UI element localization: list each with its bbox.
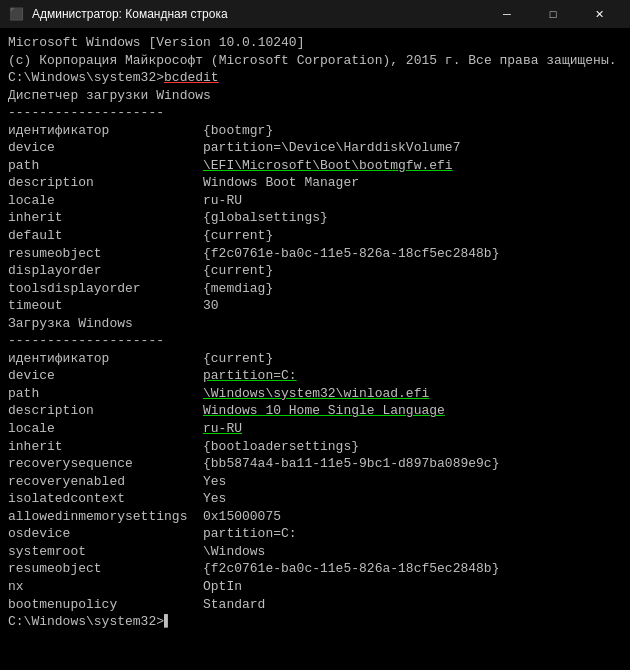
terminal-row: recoverysequence{bb5874a4-ba11-11e5-9bc1…: [8, 455, 622, 473]
terminal-row: timeout30: [8, 297, 622, 315]
window-icon: ⬛: [8, 6, 24, 22]
terminal-area[interactable]: Microsoft Windows [Version 10.0.10240](с…: [0, 28, 630, 670]
terminal-final-prompt: C:\Windows\system32>▌: [8, 613, 622, 631]
title-bar: ⬛ Администратор: Командная строка ─ □ ✕: [0, 0, 630, 28]
terminal-row: bootmenupolicyStandard: [8, 596, 622, 614]
terminal-row: inherit{globalsettings}: [8, 209, 622, 227]
window: ⬛ Администратор: Командная строка ─ □ ✕ …: [0, 0, 630, 670]
minimize-button[interactable]: ─: [484, 0, 530, 28]
terminal-line: Диспетчер загрузки Windows: [8, 87, 622, 105]
terminal-row: allowedinmemorysettings0x15000075: [8, 508, 622, 526]
terminal-line: Microsoft Windows [Version 10.0.10240]: [8, 34, 622, 52]
terminal-row: localeru-RU: [8, 420, 622, 438]
terminal-row: recoveryenabledYes: [8, 473, 622, 491]
terminal-line: (с) Корпорация Майкрософт (Microsoft Cor…: [8, 52, 622, 70]
terminal-line: --------------------: [8, 104, 622, 122]
terminal-row: resumeobject{f2c0761e-ba0c-11e5-826a-18c…: [8, 245, 622, 263]
terminal-row: идентификатор{current}: [8, 350, 622, 368]
maximize-button[interactable]: □: [530, 0, 576, 28]
terminal-row: osdevicepartition=C:: [8, 525, 622, 543]
terminal-row: resumeobject{f2c0761e-ba0c-11e5-826a-18c…: [8, 560, 622, 578]
terminal-row: devicepartition=C:: [8, 367, 622, 385]
terminal-row: nxOptIn: [8, 578, 622, 596]
terminal-row: displayorder{current}: [8, 262, 622, 280]
terminal-row: devicepartition=\Device\HarddiskVolume7: [8, 139, 622, 157]
terminal-row: descriptionWindows Boot Manager: [8, 174, 622, 192]
terminal-row: descriptionWindows 10 Home Single Langua…: [8, 402, 622, 420]
terminal-row: default{current}: [8, 227, 622, 245]
terminal-row: path\EFI\Microsoft\Boot\bootmgfw.efi: [8, 157, 622, 175]
terminal-row: path\Windows\system32\winload.efi: [8, 385, 622, 403]
terminal-row: inherit{bootloadersettings}: [8, 438, 622, 456]
terminal-row: isolatedcontextYes: [8, 490, 622, 508]
terminal-row: toolsdisplayorder{memdiag}: [8, 280, 622, 298]
terminal-line: --------------------: [8, 332, 622, 350]
terminal-row: localeru-RU: [8, 192, 622, 210]
terminal-line: Загрузка Windows: [8, 315, 622, 333]
close-button[interactable]: ✕: [576, 0, 622, 28]
terminal-row: systemroot\Windows: [8, 543, 622, 561]
terminal-row: идентификатор{bootmgr}: [8, 122, 622, 140]
title-bar-text: Администратор: Командная строка: [32, 7, 476, 21]
title-bar-controls: ─ □ ✕: [484, 0, 622, 28]
terminal-prompt-cmd: C:\Windows\system32>bcdedit: [8, 69, 622, 87]
